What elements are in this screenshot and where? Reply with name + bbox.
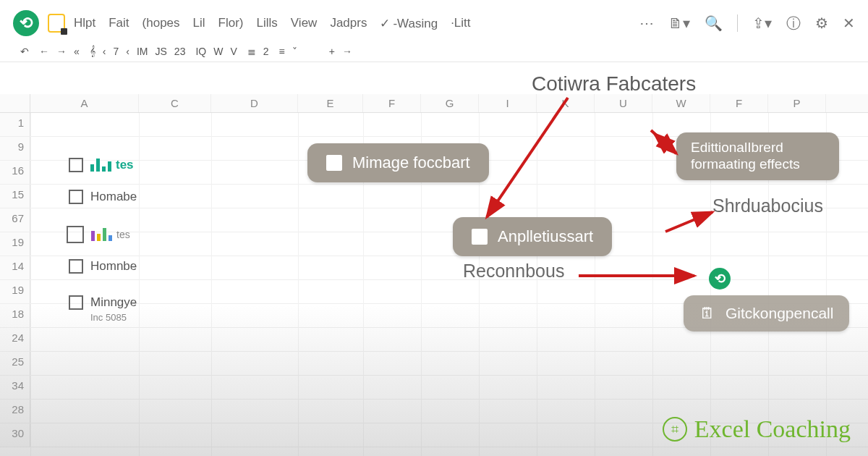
menu-item[interactable]: Lil — [193, 16, 205, 31]
document-icon[interactable] — [48, 14, 65, 33]
menu-item[interactable]: Flor) — [218, 16, 244, 31]
checkbox-icon[interactable] — [69, 190, 83, 204]
row-header[interactable]: 19 — [0, 232, 30, 256]
main-menu: Hlpt Fait (hopes Lil Flor) Lills View Ja… — [74, 16, 631, 31]
tb-btn[interactable]: 23 — [174, 46, 186, 57]
menu-item-checked[interactable]: -Wasing — [380, 16, 438, 31]
item-label: Homabe — [90, 190, 137, 204]
checkbox-icon[interactable] — [69, 158, 83, 172]
watermark-icon: ⌗ — [663, 417, 687, 442]
col-header[interactable]: W — [652, 94, 710, 112]
tb-btn[interactable]: ≡ — [279, 46, 285, 57]
col-header[interactable]: A — [30, 94, 139, 112]
app-logo-icon[interactable]: ⟲ — [13, 10, 39, 36]
tb-btn[interactable]: 7 — [113, 46, 119, 57]
tb-btn[interactable]: ← — [39, 46, 49, 57]
tb-btn[interactable]: ˅ — [292, 46, 297, 57]
row-header[interactable]: 14 — [0, 256, 30, 279]
col-header[interactable]: P — [768, 94, 826, 112]
row-header[interactable]: 9 — [0, 137, 30, 160]
tb-btn[interactable]: → — [56, 46, 67, 57]
pill-label: Anplletiussart — [498, 227, 593, 246]
row-header[interactable]: 19 — [0, 280, 30, 303]
menu-item[interactable]: View — [291, 16, 318, 31]
tb-btn[interactable]: ≣ — [247, 46, 256, 57]
tb-btn[interactable]: + — [329, 46, 335, 57]
tb-btn[interactable]: V — [230, 46, 237, 57]
more-icon[interactable]: ⋯ — [639, 14, 654, 32]
callout-pill[interactable]: Mimage foccbart — [307, 143, 489, 182]
col-header[interactable]: E — [298, 94, 363, 112]
item-label: tes — [116, 158, 134, 172]
pill-label: EdittionalIbrerd formaating effects — [691, 140, 825, 173]
formatting-toolbar: ↶ ← → « 𝄞 ‹ 7 ‹ IM JS 23 IQ W V ≣ 2 ≡ ˅ … — [0, 41, 868, 62]
tb-btn[interactable]: ‹ — [103, 46, 106, 57]
page-icon[interactable]: 🗎▾ — [668, 14, 690, 32]
checkbox-icon[interactable] — [69, 259, 83, 274]
tb-btn[interactable]: → — [342, 46, 352, 57]
callout-title: Cotiwra Fabcaters — [532, 72, 696, 96]
square-icon — [472, 229, 488, 245]
checklist-item[interactable]: Homabe — [69, 190, 137, 204]
app-logo-icon[interactable]: ⟲ — [709, 268, 731, 290]
item-label: tes — [116, 229, 130, 240]
col-header[interactable]: F — [363, 94, 421, 112]
menu-item[interactable]: Jadprs — [330, 16, 367, 31]
tb-btn[interactable]: ‹ — [126, 46, 129, 57]
col-header[interactable]: C — [139, 94, 211, 112]
tb-btn[interactable]: ↶ — [20, 46, 29, 57]
square-icon — [326, 155, 342, 171]
chart-icon — [90, 159, 111, 172]
row-header[interactable]: 16 — [0, 161, 30, 184]
tb-btn[interactable]: 𝄞 — [90, 45, 95, 57]
export-icon[interactable]: ⇪▾ — [752, 14, 772, 32]
row-header[interactable]: 15 — [0, 185, 30, 208]
checklist-item[interactable]: tes — [67, 226, 130, 243]
menu-item[interactable]: Hlpt — [74, 16, 95, 31]
col-header[interactable]: F — [710, 94, 768, 112]
separator — [737, 14, 738, 32]
watermark: ⌗ Excel Coaching — [663, 415, 851, 443]
tb-btn[interactable]: IM — [137, 46, 148, 57]
close-icon[interactable]: ✕ — [843, 14, 855, 32]
tb-btn[interactable]: IQ — [195, 46, 206, 57]
checklist-item[interactable]: Homnbe — [69, 259, 137, 274]
chart-icon — [91, 228, 112, 241]
tb-btn[interactable]: JS — [156, 46, 167, 57]
menu-item[interactable]: ·Litt — [451, 16, 470, 31]
annotation-text: Shrduabocius — [712, 195, 823, 216]
titlebar: ⟲ Hlpt Fait (hopes Lil Flor) Lills View … — [0, 0, 868, 41]
row-header[interactable]: 67 — [0, 208, 30, 232]
col-header[interactable]: I — [479, 94, 537, 112]
watermark-text: Excel Coaching — [694, 415, 851, 443]
tb-btn[interactable]: W — [213, 46, 223, 57]
callout-pill[interactable]: EdittionalIbrerd formaating effects — [676, 132, 839, 180]
header-actions: ⋯ 🗎▾ 🔍 ⇪▾ ⓘ ⚙ ✕ — [639, 14, 855, 33]
checkbox-icon[interactable] — [67, 226, 84, 243]
checklist-item[interactable]: tes — [69, 158, 134, 172]
column-headers: A C D E F G I K U W F P — [0, 94, 868, 113]
col-header[interactable]: D — [211, 94, 298, 112]
menu-item[interactable]: (hopes — [142, 16, 180, 31]
col-header[interactable]: K — [537, 94, 595, 112]
tb-btn[interactable]: 2 — [263, 46, 269, 57]
tb-btn[interactable]: « — [74, 46, 80, 57]
row-header[interactable]: 1 — [0, 113, 30, 136]
callout-pill[interactable]: Anplletiussart — [453, 217, 612, 256]
col-header[interactable]: U — [595, 94, 652, 112]
info-icon[interactable]: ⓘ — [786, 14, 801, 33]
search-icon[interactable]: 🔍 — [705, 14, 723, 32]
menu-item[interactable]: Lills — [257, 16, 278, 31]
gear-icon[interactable]: ⚙ — [815, 14, 828, 32]
item-label: Homnbe — [90, 259, 137, 274]
pill-label: Mimage foccbart — [352, 153, 470, 172]
menu-item[interactable]: Fait — [109, 16, 129, 31]
col-header[interactable]: G — [421, 94, 479, 112]
annotation-text: Reconnbous — [463, 261, 564, 282]
